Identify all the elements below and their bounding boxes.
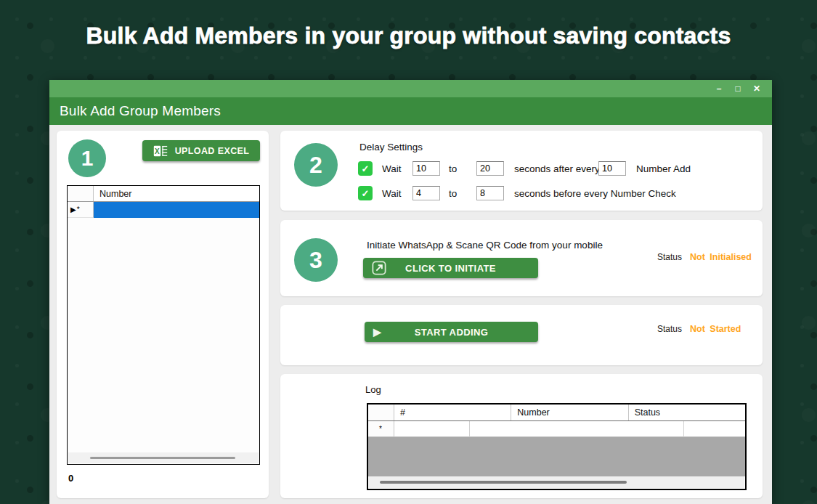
delay-before-check-row: ✓ Wait to seconds before every Number Ch… <box>280 186 763 202</box>
upload-excel-label: UPLOAD EXCEL <box>175 146 250 156</box>
log-table-hscrollbar[interactable] <box>369 476 744 488</box>
start-adding-label: START ADDING <box>415 327 489 338</box>
delay-settings-panel: 2 Delay Settings ✓ Wait to seconds after… <box>280 131 763 211</box>
seconds-before-every-label: seconds before every Number Check <box>514 186 676 201</box>
wait-before-check-checkbox[interactable]: ✓ <box>358 186 373 200</box>
hscrollbar-thumb[interactable] <box>90 457 235 459</box>
wait-label: Wait <box>382 186 402 201</box>
click-to-initiate-button[interactable]: CLICK TO INITIATE <box>363 258 538 278</box>
to-label: to <box>449 161 457 176</box>
log-status-cell[interactable] <box>684 421 745 437</box>
start-adding-button[interactable]: ▶ START ADDING <box>365 322 538 342</box>
log-column-status[interactable]: Status <box>629 405 745 420</box>
log-table[interactable]: # Number Status * <box>367 403 747 490</box>
log-panel: Log # Number Status * <box>280 374 763 498</box>
window-header: Bulk Add Group Members <box>49 97 772 125</box>
minimize-icon[interactable]: – <box>714 83 724 94</box>
start-status-value: Not Started <box>690 324 741 334</box>
maximize-icon[interactable]: □ <box>733 83 743 94</box>
delay-settings-title: Delay Settings <box>359 142 423 153</box>
delay-before-min-input[interactable] <box>412 186 440 200</box>
row-count: 0 <box>68 473 73 484</box>
wait-after-add-checkbox[interactable]: ✓ <box>358 161 373 176</box>
play-icon: ▶ <box>373 326 381 338</box>
numbers-table-corner-cell[interactable] <box>68 186 94 201</box>
delay-before-max-input[interactable] <box>476 186 504 200</box>
window-title: Bulk Add Group Members <box>60 103 221 119</box>
delay-after-max-input[interactable] <box>476 161 504 176</box>
numbers-table[interactable]: Number ▶* <box>67 185 260 465</box>
start-status-label: Status <box>657 324 682 334</box>
svg-text:X: X <box>155 147 160 155</box>
check-icon: ✓ <box>362 188 370 199</box>
seconds-after-every-label: seconds after every <box>514 161 600 176</box>
click-to-initiate-label: CLICK TO INITIATE <box>405 263 496 274</box>
to-label: to <box>449 186 457 201</box>
step-1-badge: 1 <box>68 139 106 177</box>
close-icon[interactable]: ✕ <box>752 83 762 94</box>
numbers-table-hscrollbar[interactable] <box>68 452 259 463</box>
upload-panel: 1 X UPLOAD EXCEL <box>57 131 269 498</box>
table-row[interactable]: ▶* <box>68 202 259 218</box>
initiate-status-label: Status <box>657 252 682 262</box>
page-title: Bulk Add Members in your group without s… <box>0 23 817 49</box>
log-index-cell[interactable] <box>394 421 470 437</box>
numbers-column-header[interactable]: Number <box>94 186 259 201</box>
initiate-status-value: Not Initialised <box>690 252 752 262</box>
hscrollbar-thumb[interactable] <box>380 481 627 484</box>
batch-size-input[interactable] <box>598 161 626 176</box>
initiate-panel: 3 Initiate WhatsApp & Scane QR Code from… <box>280 220 763 296</box>
log-table-empty-area <box>368 437 745 476</box>
number-add-label: Number Add <box>636 161 691 176</box>
numbers-table-header: Number <box>68 186 259 202</box>
log-table-header: # Number Status <box>368 405 745 421</box>
step-3-badge: 3 <box>294 238 338 282</box>
log-table-row[interactable]: * <box>368 421 745 437</box>
log-number-cell[interactable] <box>470 421 684 437</box>
empty-row-marker-icon: * <box>368 421 394 437</box>
window-titlebar: – □ ✕ <box>49 80 772 97</box>
log-table-corner-cell[interactable] <box>368 405 394 420</box>
window-content: 1 X UPLOAD EXCEL <box>49 125 772 504</box>
log-title: Log <box>365 384 381 395</box>
delay-after-add-row: ✓ Wait to seconds after every Number Add <box>280 161 763 177</box>
initiate-instruction: Initiate WhatsApp & Scane QR Code from y… <box>367 240 603 251</box>
excel-icon: X <box>153 145 168 157</box>
check-icon: ✓ <box>362 163 370 174</box>
log-column-number[interactable]: Number <box>511 405 628 420</box>
app-window: – □ ✕ Bulk Add Group Members 1 X <box>49 80 772 504</box>
upload-excel-button[interactable]: X UPLOAD EXCEL <box>142 140 260 161</box>
launch-icon <box>372 261 386 275</box>
log-column-index[interactable]: # <box>394 405 511 420</box>
selected-number-cell[interactable] <box>94 202 259 218</box>
delay-after-min-input[interactable] <box>412 161 440 176</box>
start-adding-panel: ▶ START ADDING Status Not Started <box>280 305 763 365</box>
new-row-marker-icon: ▶* <box>68 202 94 218</box>
wait-label: Wait <box>382 161 402 176</box>
